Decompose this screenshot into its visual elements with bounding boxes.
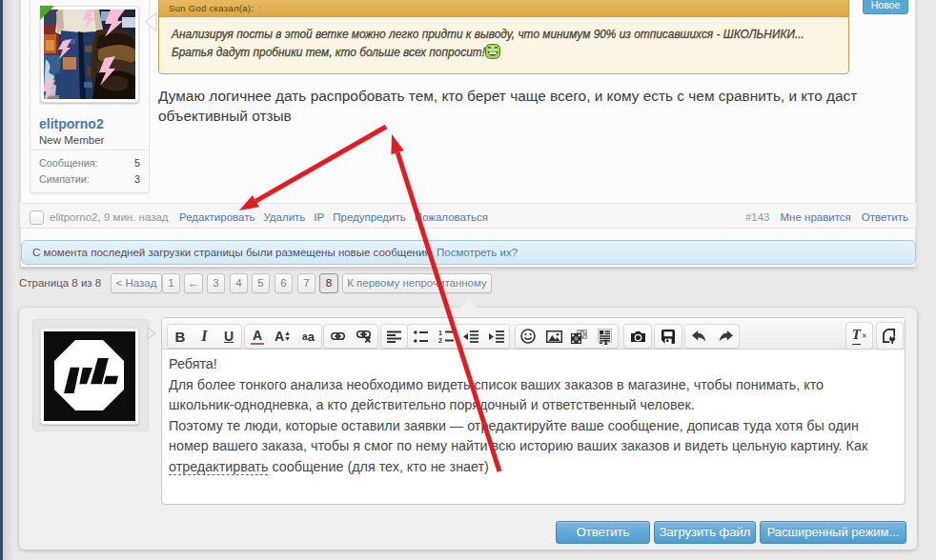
svg-text:1: 1 <box>438 330 442 336</box>
svg-text:2: 2 <box>438 337 442 343</box>
